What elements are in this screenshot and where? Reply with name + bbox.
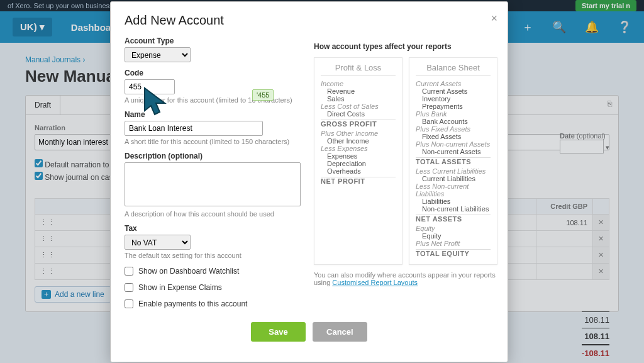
close-icon[interactable]: × (491, 12, 497, 25)
code-help: A uniqu mber for this account (limited t… (125, 96, 313, 104)
account-type-select[interactable]: Expense (125, 47, 191, 62)
tax-select[interactable]: No VAT (125, 235, 191, 250)
modal-title: Add New Account (125, 13, 494, 28)
add-account-modal: × Add New Account Account Type Expense C… (110, 1, 508, 362)
tax-label: Tax (125, 224, 313, 233)
code-label: Code (125, 69, 313, 77)
watchlist-checkbox[interactable] (125, 267, 133, 276)
tax-help: The default tax setting for this account (125, 252, 313, 259)
desc-help: A description of how this account should… (125, 210, 313, 218)
enable-payments-label: Enable payments to this account (138, 299, 247, 308)
custom-layouts-link[interactable]: Customised Report Layouts (332, 279, 418, 286)
description-textarea[interactable] (125, 162, 301, 206)
reports-title: How account types affect your reports (314, 42, 497, 51)
reports-footnote: You can also modify where accounts appea… (314, 271, 497, 286)
description-label: Description (optional) (125, 152, 313, 160)
reports-sidebar: How account types affect your reports Pr… (314, 42, 497, 286)
save-button[interactable]: Save (251, 322, 305, 342)
enable-payments-checkbox[interactable] (125, 299, 133, 308)
watchlist-label: Show on Dashboard Watchlist (138, 267, 239, 276)
code-input[interactable] (125, 79, 175, 94)
cancel-button[interactable]: Cancel (313, 322, 367, 342)
code-hint-badge: '455 (252, 89, 274, 101)
balance-sheet-col: Balance Sheet Current Assets Current Ass… (409, 57, 497, 265)
name-label: Name (125, 110, 313, 119)
profit-loss-col: Profit & Loss Income Revenue Sales Less … (314, 57, 402, 265)
account-type-label: Account Type (125, 36, 313, 45)
expense-claims-label: Show in Expense Claims (138, 283, 222, 292)
name-help: A short title for this account (limited … (125, 138, 313, 145)
expense-claims-checkbox[interactable] (125, 283, 133, 292)
name-input[interactable] (125, 121, 263, 136)
